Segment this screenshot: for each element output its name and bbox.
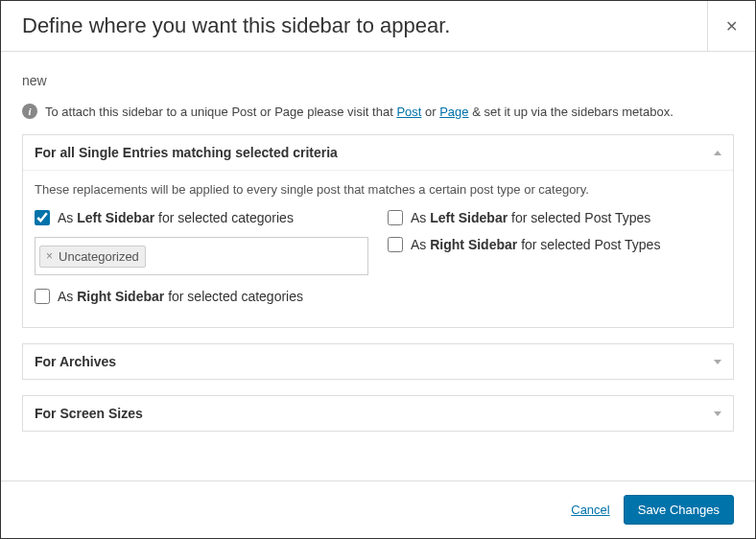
- right-sidebar-categories-label: As Right Sidebar for selected categories: [58, 289, 303, 304]
- options-columns: As Left Sidebar for selected categories …: [35, 210, 721, 316]
- close-icon: ✕: [725, 17, 738, 35]
- modal-header: Define where you want this sidebar to ap…: [1, 1, 755, 52]
- right-sidebar-posttypes-checkbox[interactable]: [388, 237, 403, 252]
- section-single-entries: For all Single Entries matching selected…: [22, 134, 734, 328]
- tag-uncategorized: × Uncategorized: [39, 246, 146, 268]
- section-single-body: These replacements will be applied to ev…: [23, 170, 733, 327]
- left-sidebar-categories-row[interactable]: As Left Sidebar for selected categories: [35, 210, 368, 225]
- left-sidebar-posttypes-row[interactable]: As Left Sidebar for selected Post Types: [388, 210, 721, 225]
- section-screen-sizes: For Screen Sizes: [22, 395, 734, 432]
- info-text: To attach this sidebar to a unique Post …: [45, 105, 673, 119]
- left-sidebar-categories-label: As Left Sidebar for selected categories: [58, 210, 294, 225]
- right-sidebar-posttypes-label: As Right Sidebar for selected Post Types: [411, 237, 660, 252]
- left-sidebar-posttypes-label: As Left Sidebar for selected Post Types: [411, 210, 650, 225]
- section-screen-sizes-header[interactable]: For Screen Sizes: [23, 396, 733, 431]
- chevron-up-icon: [714, 151, 721, 155]
- sidebar-placement-modal: Define where you want this sidebar to ap…: [0, 0, 756, 539]
- post-link[interactable]: Post: [396, 105, 421, 119]
- modal-footer: Cancel Save Changes: [1, 480, 755, 538]
- tag-remove-icon[interactable]: ×: [46, 249, 53, 263]
- sidebar-name: new: [22, 73, 734, 88]
- section-archives-title: For Archives: [35, 354, 116, 369]
- save-button[interactable]: Save Changes: [624, 495, 734, 525]
- section-archives: For Archives: [22, 343, 734, 380]
- modal-body: new i To attach this sidebar to a unique…: [1, 52, 755, 480]
- info-row: i To attach this sidebar to a unique Pos…: [22, 104, 734, 119]
- right-column: As Left Sidebar for selected Post Types …: [388, 210, 721, 316]
- left-sidebar-posttypes-checkbox[interactable]: [388, 210, 403, 225]
- info-icon: i: [22, 104, 37, 119]
- section-single-title: For all Single Entries matching selected…: [35, 145, 338, 160]
- close-button[interactable]: ✕: [707, 1, 755, 52]
- tag-label: Uncategorized: [59, 249, 139, 264]
- modal-title: Define where you want this sidebar to ap…: [22, 13, 450, 38]
- cancel-button[interactable]: Cancel: [571, 503, 609, 517]
- section-archives-header[interactable]: For Archives: [23, 344, 733, 379]
- right-sidebar-posttypes-row[interactable]: As Right Sidebar for selected Post Types: [388, 237, 721, 252]
- categories-tag-input[interactable]: × Uncategorized: [35, 237, 368, 275]
- chevron-down-icon: [714, 411, 721, 416]
- left-sidebar-categories-checkbox[interactable]: [35, 210, 50, 225]
- section-single-header[interactable]: For all Single Entries matching selected…: [23, 135, 733, 170]
- chevron-down-icon: [714, 360, 721, 364]
- right-sidebar-categories-row[interactable]: As Right Sidebar for selected categories: [35, 289, 368, 304]
- page-link[interactable]: Page: [439, 105, 468, 119]
- section-single-desc: These replacements will be applied to ev…: [35, 182, 721, 197]
- right-sidebar-categories-checkbox[interactable]: [35, 289, 50, 304]
- section-screen-sizes-title: For Screen Sizes: [35, 406, 143, 421]
- left-column: As Left Sidebar for selected categories …: [35, 210, 368, 316]
